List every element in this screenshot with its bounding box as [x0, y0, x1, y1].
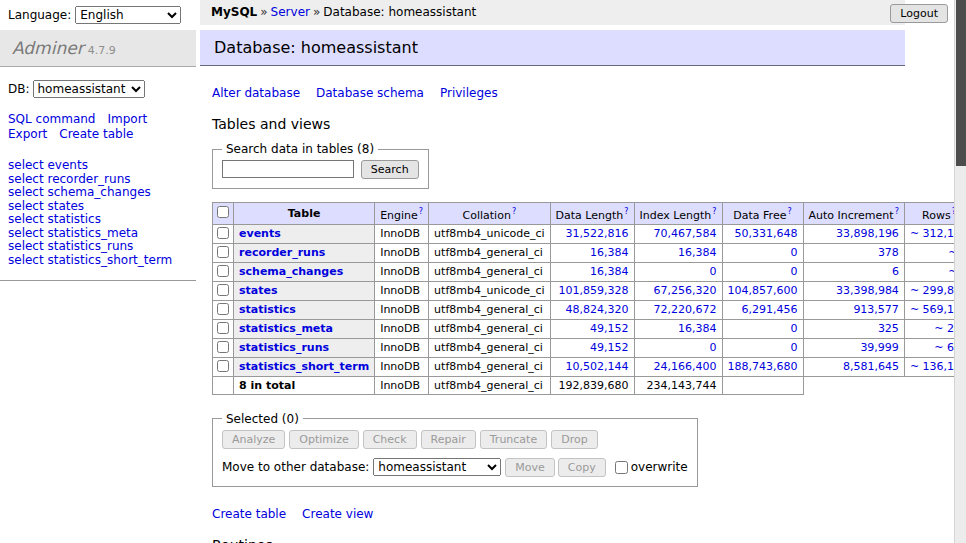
index-length-link[interactable]: 72,220,672 — [654, 303, 717, 316]
index-length-link[interactable]: 0 — [710, 265, 717, 278]
column-header-data-length-link[interactable]: Data Length — [556, 209, 624, 222]
auto-increment-link[interactable]: 33,398,984 — [836, 284, 899, 297]
index-length-link[interactable]: 67,256,320 — [654, 284, 717, 297]
column-header-index-length-link[interactable]: Index Length — [640, 209, 712, 222]
data-length-link[interactable]: 16,384 — [590, 265, 629, 278]
table-name-link[interactable]: statistics — [239, 303, 296, 316]
column-header-rows-link[interactable]: Rows — [922, 209, 951, 222]
scrollbar-thumb[interactable] — [956, 0, 966, 166]
row-checkbox[interactable] — [217, 322, 229, 334]
privileges-link[interactable]: Privileges — [440, 86, 498, 100]
sidebar-table-link[interactable]: select schema_changes — [8, 186, 188, 200]
table-name-link[interactable]: recorder_runs — [239, 246, 325, 259]
search-button[interactable]: Search — [361, 160, 419, 179]
help-icon[interactable]: ? — [712, 207, 716, 216]
copy-button[interactable]: Copy — [558, 458, 606, 477]
index-length-link[interactable]: 16,384 — [678, 246, 717, 259]
create-view-link[interactable]: Create view — [302, 507, 373, 521]
export-link[interactable]: Export — [8, 127, 47, 141]
index-length-link[interactable]: 24,166,400 — [654, 360, 717, 373]
data-length-link[interactable]: 10,502,144 — [566, 360, 629, 373]
help-icon[interactable]: ? — [624, 207, 628, 216]
move-button[interactable]: Move — [505, 458, 555, 477]
auto-increment-link[interactable]: 913,577 — [853, 303, 899, 316]
auto-increment-link[interactable]: 378 — [878, 246, 899, 259]
sidebar-table-link[interactable]: select statistics_runs — [8, 240, 188, 254]
move-db-select[interactable]: homeassistant — [373, 458, 501, 476]
database-schema-link[interactable]: Database schema — [316, 86, 424, 100]
create-table-link-sidebar[interactable]: Create table — [59, 127, 133, 141]
data-free-link[interactable]: 104,857,600 — [728, 284, 798, 297]
language-select[interactable]: English — [75, 6, 181, 24]
table-name-link[interactable]: statistics_meta — [239, 322, 333, 335]
column-header-engine-link[interactable]: Engine — [380, 209, 418, 222]
row-checkbox[interactable] — [217, 284, 229, 296]
repair-button[interactable]: Repair — [421, 430, 476, 449]
breadcrumb-server-link[interactable]: Server — [271, 5, 310, 19]
index-length-link[interactable]: 0 — [710, 341, 717, 354]
data-free-link[interactable]: 0 — [791, 265, 798, 278]
auto-increment-link[interactable]: 6 — [892, 265, 899, 278]
drop-button[interactable]: Drop — [551, 430, 597, 449]
sidebar-table-link[interactable]: select statistics — [8, 213, 188, 227]
row-checkbox[interactable] — [217, 303, 229, 315]
data-free-link[interactable]: 188,743,680 — [728, 360, 798, 373]
data-length-link[interactable]: 49,152 — [590, 322, 629, 335]
sidebar-table-link[interactable]: select recorder_runs — [8, 173, 188, 187]
data-length-link[interactable]: 101,859,328 — [559, 284, 629, 297]
sidebar-table-link[interactable]: select statistics_short_term — [8, 254, 188, 268]
check-button[interactable]: Check — [363, 430, 417, 449]
help-icon[interactable]: ? — [787, 207, 791, 216]
overwrite-checkbox[interactable] — [615, 461, 628, 474]
column-header-data-free-link[interactable]: Data Free — [733, 209, 786, 222]
data-free-link[interactable]: 0 — [791, 341, 798, 354]
auto-increment-link[interactable]: 33,898,196 — [836, 227, 899, 240]
optimize-button[interactable]: Optimize — [289, 430, 358, 449]
data-length-link[interactable]: 48,824,320 — [566, 303, 629, 316]
truncate-button[interactable]: Truncate — [480, 430, 547, 449]
index-length-link[interactable]: 16,384 — [678, 322, 717, 335]
db-select[interactable]: homeassistant — [33, 80, 145, 98]
sidebar-table-link[interactable]: select statistics_meta — [8, 227, 188, 241]
table-name-link[interactable]: schema_changes — [239, 265, 343, 278]
help-icon[interactable]: ? — [512, 207, 516, 216]
create-table-link[interactable]: Create table — [212, 507, 286, 521]
index-length-link[interactable]: 70,467,584 — [654, 227, 717, 240]
help-icon[interactable]: ? — [895, 207, 899, 216]
table-name-link[interactable]: statistics_runs — [239, 341, 329, 354]
column-header-auto-increment-link[interactable]: Auto Increment — [809, 209, 894, 222]
auto-increment-link[interactable]: 39,999 — [860, 341, 899, 354]
analyze-button[interactable]: Analyze — [222, 430, 285, 449]
logout-button[interactable]: Logout — [890, 4, 948, 23]
row-checkbox[interactable] — [217, 341, 229, 353]
sql-command-link[interactable]: SQL command — [8, 112, 95, 126]
data-free-link[interactable]: 0 — [791, 322, 798, 335]
table-name-link[interactable]: states — [239, 284, 278, 297]
data-length-link[interactable]: 49,152 — [590, 341, 629, 354]
auto-increment-link[interactable]: 325 — [878, 322, 899, 335]
data-free-link[interactable]: 0 — [791, 246, 798, 259]
help-icon[interactable]: ? — [419, 207, 423, 216]
sidebar-table-link[interactable]: select states — [8, 200, 188, 214]
overwrite-option[interactable]: overwrite — [609, 460, 688, 474]
import-link[interactable]: Import — [107, 112, 147, 126]
column-header-collation-link[interactable]: Collation — [463, 209, 511, 222]
data-free-link[interactable]: 6,291,456 — [742, 303, 798, 316]
table-name-link[interactable]: events — [239, 227, 281, 240]
select-all-checkbox[interactable] — [217, 206, 229, 218]
sidebar-table-link[interactable]: select events — [8, 159, 188, 173]
search-input[interactable] — [222, 160, 354, 178]
row-checkbox[interactable] — [217, 246, 229, 258]
row-checkbox[interactable] — [217, 360, 229, 372]
row-checkbox[interactable] — [217, 265, 229, 277]
auto-increment-link[interactable]: 8,581,645 — [843, 360, 899, 373]
data-length-link[interactable]: 16,384 — [590, 246, 629, 259]
data-length-cell: 16,384 — [550, 243, 634, 262]
vertical-scrollbar[interactable] — [954, 0, 966, 543]
data-length-link[interactable]: 31,522,816 — [566, 227, 629, 240]
row-checkbox[interactable] — [217, 227, 229, 239]
table-name-link[interactable]: statistics_short_term — [239, 360, 369, 373]
alter-database-link[interactable]: Alter database — [212, 86, 300, 100]
data-free-link[interactable]: 50,331,648 — [735, 227, 798, 240]
data-length-cell: 49,152 — [550, 319, 634, 338]
